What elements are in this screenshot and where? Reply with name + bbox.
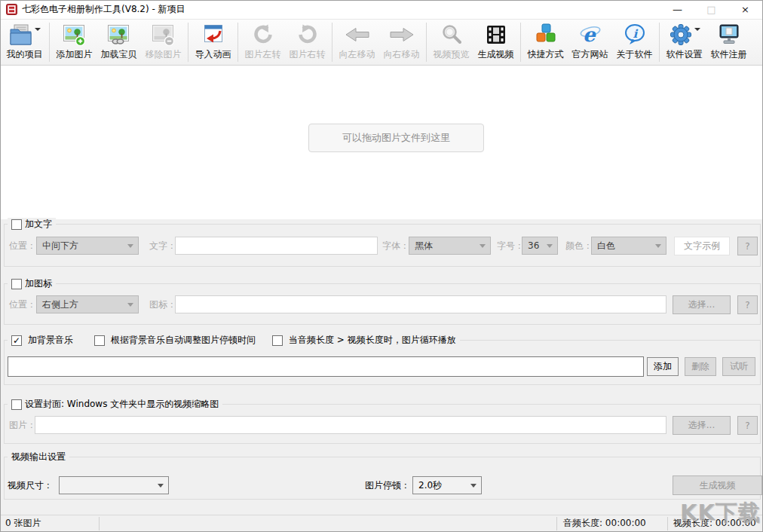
toolbar-button-about[interactable]: i 关于软件 [612, 21, 657, 64]
text-sample-button[interactable]: 文字示例 [674, 237, 730, 255]
toolbar-button-label: 生成视频 [478, 48, 514, 61]
font-value: 黑体 [415, 240, 433, 252]
toolbar-separator [332, 23, 332, 62]
chevron-down-icon [127, 244, 133, 248]
text-input[interactable] [175, 237, 378, 255]
cubes-icon [534, 23, 558, 47]
music-auto-checkbox-group: 根据背景音乐自动调整图片停顿时间 [94, 334, 256, 347]
toolbar-button-official-website[interactable]: e 官方网站 [568, 21, 612, 64]
toolbar-button-label: 加载宝贝 [101, 48, 137, 61]
toolbar-button-remove-image[interactable]: 移除图片 [141, 21, 185, 64]
arrow-left-icon [345, 23, 370, 47]
color-label: 颜色： [565, 237, 593, 255]
toolbar-button-label: 快捷方式 [528, 48, 564, 61]
cover-image-label: 图片： [9, 416, 36, 434]
add-icon-checkbox[interactable] [11, 279, 22, 289]
toolbar-button-settings[interactable]: 软件设置 [662, 21, 706, 64]
toolbar-button-my-projects[interactable]: 我的项目 [2, 21, 47, 64]
add-icon-legend: 加图标 [8, 277, 56, 290]
toolbar-separator [520, 23, 521, 62]
add-music-checkbox[interactable]: ✓ [11, 335, 22, 346]
image-pause-select[interactable]: 2.0秒 [412, 476, 482, 494]
set-cover-label: 设置封面: Windows 文件夹中显示的视频缩略图 [25, 398, 219, 411]
toolbar-separator [49, 23, 50, 62]
music-delete-button[interactable]: 删除 [685, 357, 716, 376]
toolbar-button-label: 向左移动 [339, 48, 375, 61]
video-size-select[interactable] [59, 476, 169, 494]
chevron-down-icon [694, 28, 700, 31]
text-help-button[interactable]: ? [737, 237, 758, 255]
toolbar-button-rotate-left[interactable]: 图片左转 [241, 21, 285, 64]
loop-playback-checkbox[interactable] [272, 335, 283, 346]
toolbar-button-import-animation[interactable]: 导入动画 [191, 21, 235, 64]
close-button[interactable]: × [728, 1, 762, 18]
statusbar-separator [99, 517, 100, 530]
set-cover-checkbox[interactable] [11, 399, 22, 410]
chevron-down-icon [158, 484, 164, 488]
maximize-button[interactable]: □ [694, 1, 728, 18]
background-music-legend: ✓ 加背景音乐 根据背景音乐自动调整图片停顿时间 当音频长度 > 视频长度时，图… [8, 334, 460, 347]
chevron-down-icon [480, 244, 486, 248]
generate-video-button[interactable]: 生成视频 [673, 475, 762, 495]
video-output-title: 视频输出设置 [11, 451, 66, 463]
background-music-groupbox: ✓ 加背景音乐 根据背景音乐自动调整图片停顿时间 当音频长度 > 视频长度时，图… [4, 340, 761, 385]
toolbar-button-register[interactable]: 软件注册 [706, 21, 751, 64]
icon-position-label: 位置： [9, 295, 36, 313]
text-position-select[interactable]: 中间下方 [36, 237, 139, 255]
add-text-checkbox[interactable] [11, 219, 22, 230]
drop-hint: 可以拖动图片文件到这里 [308, 124, 484, 152]
icon-position-select[interactable]: 右侧上方 [36, 295, 139, 313]
chevron-down-icon [655, 244, 661, 248]
toolbar-button-move-right[interactable]: 向右移动 [379, 21, 424, 64]
toolbar-button-move-left[interactable]: 向左移动 [335, 21, 379, 64]
color-select[interactable]: 白色 [591, 237, 666, 255]
music-preview-button[interactable]: 试听 [722, 357, 755, 376]
loop-playback-label: 当音频长度 > 视频长度时，图片循环播放 [289, 334, 456, 347]
video-output-legend: 视频输出设置 [8, 451, 69, 463]
icon-file-label: 图标： [149, 295, 176, 313]
minimize-button[interactable]: — [660, 1, 694, 18]
icon-file-input[interactable] [175, 295, 666, 313]
toolbar-button-load-taobao[interactable]: 加载宝贝 [97, 21, 141, 64]
chevron-down-icon [127, 303, 133, 307]
cover-groupbox: 设置封面: Windows 文件夹中显示的视频缩略图 图片： 选择... ? [4, 404, 761, 444]
toolbar-button-label: 添加图片 [57, 48, 93, 61]
toolbar-button-generate-video[interactable]: 生成视频 [473, 21, 518, 64]
chevron-down-icon [547, 244, 553, 248]
video-output-groupbox: 视频输出设置 视频尺寸： 图片停顿： 2.0秒 生成视频 [4, 457, 761, 500]
music-file-input[interactable] [8, 356, 644, 377]
toolbar-button-shortcut[interactable]: 快捷方式 [523, 21, 568, 64]
auto-adjust-label: 根据背景音乐自动调整图片停顿时间 [111, 334, 256, 347]
cover-choose-button[interactable]: 选择... [673, 416, 731, 435]
add-text-legend: 加文字 [8, 218, 56, 231]
image-drop-area[interactable]: 可以拖动图片文件到这里 [1, 66, 762, 219]
music-loop-checkbox-group: 当音频长度 > 视频长度时，图片循环播放 [272, 334, 456, 347]
toolbar-button-label: 向右移动 [384, 48, 420, 61]
font-size-value: 36 [528, 240, 539, 251]
icon-choose-button[interactable]: 选择... [673, 295, 731, 314]
statusbar: 0 张图片 音频长度: 00:00:00 视频长度: 00:00:00 [1, 515, 762, 531]
add-text-label: 加文字 [25, 218, 52, 231]
add-music-label: 加背景音乐 [28, 334, 73, 347]
toolbar-button-rotate-right[interactable]: 图片右转 [285, 21, 329, 64]
chevron-down-icon [35, 28, 41, 31]
toolbar-button-label: 官方网站 [572, 48, 608, 61]
toolbar-button-add-images[interactable]: 添加图片 [52, 21, 97, 64]
font-size-select[interactable]: 36 [522, 237, 558, 255]
statusbar-separator [667, 517, 668, 530]
link-image-icon [107, 23, 131, 47]
toolbar-separator [237, 23, 238, 62]
toolbar-button-label: 软件设置 [666, 48, 703, 61]
cover-help-button[interactable]: ? [737, 416, 758, 435]
music-add-button[interactable]: 添加 [647, 357, 679, 376]
toolbar-separator [426, 23, 427, 62]
window-title: 七彩色电子相册制作工具(V8.2) - 新项目 [22, 3, 185, 16]
text-position-value: 中间下方 [42, 240, 78, 252]
toolbar-button-label: 移除图片 [146, 48, 182, 61]
auto-adjust-checkbox[interactable] [94, 335, 105, 346]
icon-help-button[interactable]: ? [737, 295, 758, 314]
cover-image-input[interactable] [35, 416, 666, 434]
toolbar-button-preview-video[interactable]: 视频预览 [429, 21, 473, 64]
font-select[interactable]: 黑体 [409, 237, 491, 255]
music-main-checkbox-group: ✓ 加背景音乐 [11, 334, 73, 347]
